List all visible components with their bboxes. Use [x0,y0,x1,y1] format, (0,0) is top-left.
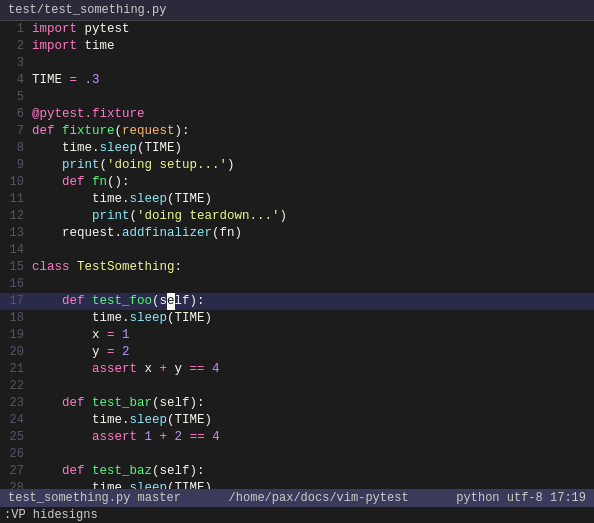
code-line: 25 assert 1 + 2 == 4 [0,429,594,446]
line-content: class TestSomething: [32,259,594,276]
token: time. [32,413,130,427]
token: @pytest.fixture [32,107,145,121]
code-line: 21 assert x + y == 4 [0,361,594,378]
token: ( [130,209,138,223]
line-content: def test_foo(self): [32,293,594,310]
editor: test/test_something.py 1import pytest2im… [0,0,594,523]
line-content: @pytest.fixture [32,106,594,123]
token: time. [32,192,130,206]
line-content: time.sleep(TIME) [32,140,594,157]
code-line: 24 time.sleep(TIME) [0,412,594,429]
line-content [32,242,594,259]
token: sleep [130,413,168,427]
line-number: 1 [0,22,32,36]
token: ): [175,124,190,138]
line-content: print('doing teardown...') [32,208,594,225]
token: y [167,362,190,376]
token: x [32,328,107,342]
token: 'doing teardown...' [137,209,280,223]
token: time [77,39,115,53]
line-number: 17 [0,294,32,308]
token: time. [32,481,130,489]
line-content: def test_bar(self): [32,395,594,412]
code-line: 23 def test_bar(self): [0,395,594,412]
token: (TIME) [167,311,212,325]
token: + [160,430,168,444]
token: lf): [175,294,205,308]
token: + [160,362,168,376]
line-number: 22 [0,379,32,393]
token: test_bar [92,396,152,410]
token: TIME [32,73,70,87]
line-number: 23 [0,396,32,410]
token [167,430,175,444]
cmdline: :VP hidesigns [0,507,594,523]
line-content: x = 1 [32,327,594,344]
line-number: 27 [0,464,32,478]
line-content [32,378,594,395]
statusline-left: test_something.py master [8,491,181,505]
line-number: 11 [0,192,32,206]
line-content: import time [32,38,594,55]
token: import [32,39,77,53]
token [115,328,123,342]
token [137,430,145,444]
token: .3 [85,73,100,87]
code-line: 13 request.addfinalizer(fn) [0,225,594,242]
line-number: 8 [0,141,32,155]
line-number: 12 [0,209,32,223]
token: sleep [100,141,138,155]
token: 2 [122,345,130,359]
token: import [32,22,77,36]
code-area: 1import pytest2import time3 4TIME = .35 … [0,21,594,489]
token [115,345,123,359]
token: def [62,175,85,189]
token: e [167,293,175,310]
statusline-right: python utf-8 17:19 [456,491,586,505]
code-line: 12 print('doing teardown...') [0,208,594,225]
token [85,175,93,189]
line-content: import pytest [32,21,594,38]
code-line: 26 [0,446,594,463]
code-line: 5 [0,89,594,106]
line-content: assert x + y == 4 [32,361,594,378]
code-line: 4TIME = .3 [0,72,594,89]
token [32,209,92,223]
token: 'doing setup...' [107,158,227,172]
token: def [62,464,85,478]
token: test_baz [92,464,152,478]
token: = [70,73,78,87]
code-line: 7def fixture(request): [0,123,594,140]
token: (self): [152,464,205,478]
token: def [32,124,55,138]
code-line: 1import pytest [0,21,594,38]
token: ) [227,158,235,172]
line-content [32,89,594,106]
code-line: 22 [0,378,594,395]
token: time. [32,141,100,155]
token [85,294,93,308]
code-line: 11 time.sleep(TIME) [0,191,594,208]
token: sleep [130,481,168,489]
token: 2 [175,430,183,444]
token: (self): [152,396,205,410]
token [32,158,62,172]
code-line: 17 def test_foo(self): [0,293,594,310]
token: (TIME) [167,192,212,206]
token: = [107,328,115,342]
token: test_foo [92,294,152,308]
token: addfinalizer [122,226,212,240]
code-line: 2import time [0,38,594,55]
token: fixture [62,124,115,138]
code-line: 6@pytest.fixture [0,106,594,123]
token: pytest [77,22,130,36]
line-content: time.sleep(TIME) [32,480,594,489]
code-line: 18 time.sleep(TIME) [0,310,594,327]
token [32,396,62,410]
line-number: 4 [0,73,32,87]
token: print [92,209,130,223]
token: fn [92,175,107,189]
line-content [32,276,594,293]
tab-bar[interactable]: test/test_something.py [0,0,594,21]
token: assert [92,430,137,444]
